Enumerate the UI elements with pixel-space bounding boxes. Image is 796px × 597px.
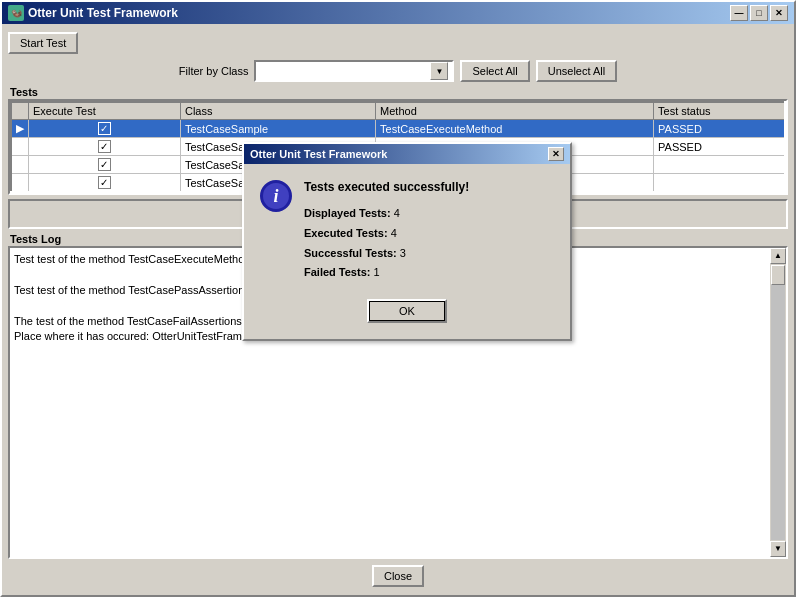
modal-text: Tests executed successfully! Displayed T… <box>304 180 554 283</box>
displayed-tests-value: 4 <box>394 207 400 219</box>
displayed-tests-stat: Displayed Tests: 4 <box>304 204 554 224</box>
modal-window: Otter Unit Test Framework ✕ i Tests exec… <box>242 142 572 341</box>
displayed-tests-label: Displayed Tests: <box>304 207 391 219</box>
modal-content-row: i Tests executed successfully! Displayed… <box>260 180 554 283</box>
modal-stats: Displayed Tests: 4 Executed Tests: 4 Suc… <box>304 204 554 283</box>
modal-close-button[interactable]: ✕ <box>548 147 564 161</box>
executed-tests-value: 4 <box>391 227 397 239</box>
failed-tests-label: Failed Tests: <box>304 266 370 278</box>
failed-tests-value: 1 <box>374 266 380 278</box>
modal-heading: Tests executed successfully! <box>304 180 554 194</box>
successful-tests-value: 3 <box>400 247 406 259</box>
modal-body: i Tests executed successfully! Displayed… <box>244 164 570 339</box>
modal-ok-button[interactable]: OK <box>367 299 447 323</box>
successful-tests-label: Successful Tests: <box>304 247 397 259</box>
info-icon: i <box>260 180 292 212</box>
main-window: 🦦 Otter Unit Test Framework — □ ✕ Start … <box>0 0 796 597</box>
successful-tests-stat: Successful Tests: 3 <box>304 244 554 264</box>
modal-footer: OK <box>260 299 554 323</box>
modal-title: Otter Unit Test Framework <box>250 148 548 160</box>
failed-tests-stat: Failed Tests: 1 <box>304 263 554 283</box>
executed-tests-label: Executed Tests: <box>304 227 388 239</box>
modal-overlay: Otter Unit Test Framework ✕ i Tests exec… <box>2 2 794 595</box>
executed-tests-stat: Executed Tests: 4 <box>304 224 554 244</box>
modal-titlebar: Otter Unit Test Framework ✕ <box>244 144 570 164</box>
